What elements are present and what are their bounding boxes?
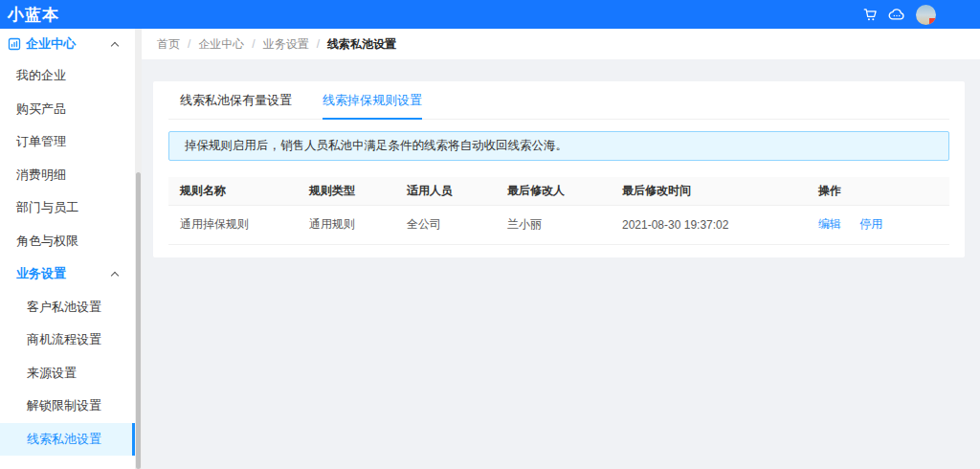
cart-icon[interactable] <box>863 8 878 22</box>
sidebar-group-enterprise-center[interactable]: 企业中心 <box>0 29 135 59</box>
col-rule-type: 规则类型 <box>298 177 395 205</box>
cell-rule-type: 通用规则 <box>298 205 395 244</box>
breadcrumb-item-current: 线索私池设置 <box>327 36 396 53</box>
sidebar-scrollbar[interactable] <box>135 29 142 469</box>
info-alert: 掉保规则启用后，销售人员私池中满足条件的线索将自动收回线索公海。 <box>168 131 949 161</box>
sidebar-item-source-settings[interactable]: 来源设置 <box>0 357 135 391</box>
sidebar-item-label: 部门与员工 <box>16 199 78 216</box>
main-content: 首页 / 企业中心 / 业务设置 / 线索私池设置 线索私池保有量设置 线索掉保… <box>142 29 980 469</box>
col-rule-name: 规则名称 <box>168 177 298 205</box>
sidebar-submenu-business-settings[interactable]: 业务设置 <box>0 257 135 291</box>
sidebar-item-label: 来源设置 <box>27 365 77 382</box>
breadcrumb-item-business-settings[interactable]: 业务设置 <box>263 36 309 53</box>
col-last-modified-time: 最后修改时间 <box>611 177 807 205</box>
col-scope: 适用人员 <box>395 177 496 205</box>
breadcrumb: 首页 / 企业中心 / 业务设置 / 线索私池设置 <box>142 29 980 59</box>
sidebar-item-opportunity-flow-settings[interactable]: 商机流程设置 <box>0 324 135 357</box>
table-header-row: 规则名称 规则类型 适用人员 最后修改人 最后修改时间 操作 <box>168 177 949 205</box>
app-logo[interactable]: 小蓝本 <box>8 4 59 26</box>
disable-link[interactable]: 停用 <box>859 217 882 231</box>
avatar[interactable] <box>916 5 936 25</box>
tab-bar: 线索私池保有量设置 线索掉保规则设置 <box>168 81 949 120</box>
sidebar-item-buy-products[interactable]: 购买产品 <box>0 93 135 126</box>
tab-lead-pool-capacity-settings[interactable]: 线索私池保有量设置 <box>180 81 292 119</box>
cell-rule-name: 通用掉保规则 <box>168 205 298 244</box>
sidebar-submenu-label: 业务设置 <box>16 265 66 282</box>
breadcrumb-separator: / <box>317 37 320 51</box>
sidebar-item-label: 订单管理 <box>16 133 66 150</box>
col-actions: 操作 <box>807 177 949 205</box>
col-last-modified-by: 最后修改人 <box>496 177 611 205</box>
sidebar-group-label: 企业中心 <box>26 35 76 53</box>
sidebar-item-departments-employees[interactable]: 部门与员工 <box>0 191 135 225</box>
info-alert-text: 掉保规则启用后，销售人员私池中满足条件的线索将自动收回线索公海。 <box>185 139 568 152</box>
app-body: 企业中心 我的企业 购买产品 订单管理 消费明细 部门与员工 角色与权限 业务设… <box>0 29 980 469</box>
breadcrumb-separator: / <box>188 37 190 51</box>
sidebar-item-consumption-details[interactable]: 消费明细 <box>0 159 135 192</box>
sidebar-item-order-management[interactable]: 订单管理 <box>0 125 135 159</box>
cell-scope: 全公司 <box>395 205 496 244</box>
sidebar-item-label: 消费明细 <box>16 167 66 184</box>
chevron-up-icon <box>111 41 119 49</box>
breadcrumb-item-home[interactable]: 首页 <box>157 36 180 53</box>
rules-table: 规则名称 规则类型 适用人员 最后修改人 最后修改时间 操作 通用掉保规则 通用… <box>168 177 949 245</box>
cell-actions: 编辑 停用 <box>807 205 949 244</box>
cell-last-modified-by: 兰小丽 <box>496 205 611 244</box>
avatar-badge <box>929 18 936 25</box>
sidebar-item-roles-permissions[interactable]: 角色与权限 <box>0 225 135 258</box>
breadcrumb-separator: / <box>252 37 255 51</box>
cloud-icon[interactable] <box>888 8 905 21</box>
sidebar-scrollbar-thumb[interactable] <box>136 172 141 469</box>
sidebar-item-label: 购买产品 <box>16 100 66 118</box>
tab-lead-drop-rule-settings[interactable]: 线索掉保规则设置 <box>323 81 422 120</box>
sidebar-item-my-enterprise[interactable]: 我的企业 <box>0 59 135 93</box>
sidebar-item-label: 角色与权限 <box>16 233 78 250</box>
topbar: 小蓝本 <box>0 0 980 29</box>
sidebar-item-label: 客户私池设置 <box>27 299 101 316</box>
sidebar-item-label: 解锁限制设置 <box>27 397 101 414</box>
cell-last-modified-time: 2021-08-30 19:37:02 <box>611 205 807 244</box>
sidebar-item-unlock-limit-settings[interactable]: 解锁限制设置 <box>0 390 135 423</box>
sidebar-item-label: 线索私池设置 <box>27 431 101 448</box>
chevron-up-icon <box>111 272 119 279</box>
breadcrumb-item-enterprise-center[interactable]: 企业中心 <box>198 36 244 53</box>
topbar-actions <box>863 5 980 25</box>
settings-card: 线索私池保有量设置 线索掉保规则设置 掉保规则启用后，销售人员私池中满足条件的线… <box>153 81 965 257</box>
sidebar-item-customer-private-pool-settings[interactable]: 客户私池设置 <box>0 291 135 324</box>
sidebar-item-label: 我的企业 <box>16 67 66 84</box>
sidebar: 企业中心 我的企业 购买产品 订单管理 消费明细 部门与员工 角色与权限 业务设… <box>0 29 135 469</box>
enterprise-icon <box>8 37 21 51</box>
sidebar-item-lead-private-pool-settings[interactable]: 线索私池设置 <box>0 423 135 457</box>
table-row: 通用掉保规则 通用规则 全公司 兰小丽 2021-08-30 19:37:02 … <box>168 205 949 244</box>
sidebar-item-label: 商机流程设置 <box>27 331 101 348</box>
edit-link[interactable]: 编辑 <box>818 217 841 231</box>
